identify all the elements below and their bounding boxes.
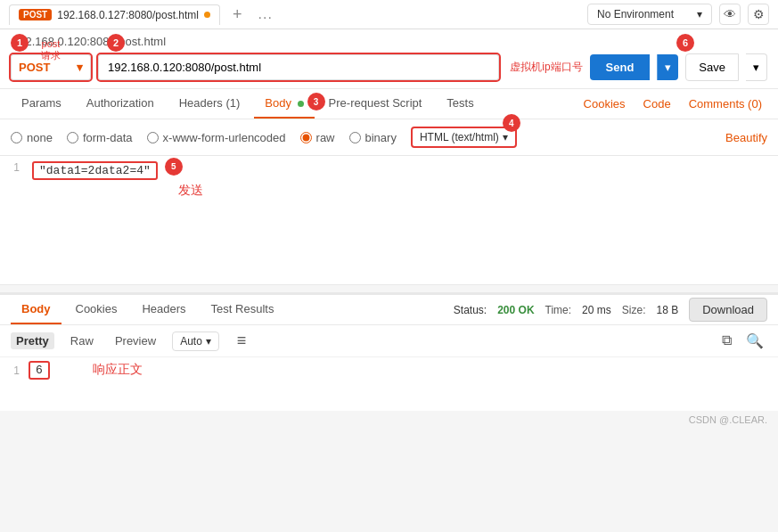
radio-none[interactable]: none	[11, 131, 53, 144]
footer-watermark: CSDN @.CLEAR.	[0, 411, 778, 429]
url-input[interactable]	[98, 54, 499, 80]
auto-value: Auto	[180, 335, 202, 348]
resp-line-1: 1 6 响应正文	[0, 361, 778, 380]
send-button[interactable]: Send	[590, 54, 651, 80]
status-label: Status:	[454, 304, 487, 316]
radio-raw[interactable]: raw	[300, 131, 335, 144]
post-annotation-text: post 请求	[41, 38, 61, 62]
radio-none-input[interactable]	[11, 132, 22, 143]
request-tabs-row: Params Authorization Headers (1) Body 3 …	[0, 89, 778, 119]
tab-code[interactable]: Code	[638, 90, 676, 118]
subtab-preview[interactable]: Preview	[110, 332, 161, 349]
response-sub-tabs: Pretty Raw Preview Auto ▾ ≡ ⧉ 🔍	[0, 325, 778, 357]
resp-line-number-1: 1	[0, 364, 29, 377]
env-selector: No Environment ▾ 👁 ⚙	[587, 4, 769, 25]
request-tab[interactable]: POST 192.168.0.127:8080/post.html	[9, 4, 220, 25]
size-value: 18 B	[656, 304, 678, 316]
icon-wrap-btn: ⧉ 🔍	[718, 331, 767, 351]
time-label: Time:	[545, 304, 572, 316]
response-tab-headers[interactable]: Headers	[131, 295, 196, 324]
fasong-annotation: 发送	[178, 183, 203, 199]
tab-headers[interactable]: Headers (1)	[168, 89, 251, 119]
html-type-value: HTML (text/html)	[420, 131, 499, 143]
top-bar: POST 192.168.0.127:8080/post.html + ... …	[0, 0, 778, 29]
annotation-2: 2	[107, 34, 125, 52]
annotation-1: 1	[11, 34, 29, 52]
radio-urlencoded-label: x-www-form-urlencoded	[163, 131, 286, 144]
body-options: none form-data x-www-form-urlencoded raw…	[0, 119, 778, 156]
tab-body[interactable]: Body 3	[254, 89, 314, 119]
radio-urlencoded-input[interactable]	[147, 132, 159, 143]
subtab-pretty[interactable]: Pretty	[11, 332, 54, 349]
html-type-wrapper: 4 HTML (text/html) ▾	[411, 127, 517, 148]
tab-unsaved-dot	[204, 12, 210, 18]
resp-value-1: 6	[29, 361, 50, 380]
tab-url-text: 192.168.0.127:8080/post.html	[57, 9, 199, 21]
save-button[interactable]: Save	[685, 53, 739, 81]
response-section: Body Cookies Headers Test Results Status…	[0, 292, 778, 411]
resp-content-1: 6 响应正文	[29, 361, 143, 380]
annotation-4: 4	[503, 114, 520, 132]
env-eye-button[interactable]: 👁	[719, 4, 741, 25]
radio-raw-label: raw	[316, 131, 335, 144]
save-dropdown-button[interactable]: ▾	[746, 53, 767, 81]
method-arrow-icon: ▾	[77, 61, 83, 74]
radio-formdata-input[interactable]	[67, 132, 78, 143]
response-tab-body[interactable]: Body	[11, 295, 61, 324]
download-button[interactable]: Download	[689, 298, 767, 322]
html-type-arrow: ▾	[503, 131, 508, 143]
response-status-area: Status: 200 OK Time: 20 ms Size: 18 B Do…	[454, 298, 767, 322]
send-dropdown-button[interactable]: ▾	[657, 54, 678, 80]
line-number-1: 1	[0, 160, 29, 174]
tab-tests[interactable]: Tests	[436, 89, 484, 119]
subtab-raw[interactable]: Raw	[65, 332, 99, 349]
status-value: 200 OK	[497, 304, 534, 316]
tab-method-badge: POST	[19, 9, 52, 20]
response-tab-cookies[interactable]: Cookies	[65, 295, 128, 324]
radio-raw-input[interactable]	[300, 132, 312, 143]
new-tab-button[interactable]: +	[227, 5, 248, 24]
tab-authorization[interactable]: Authorization	[76, 89, 165, 119]
annotation-3: 3	[307, 93, 325, 110]
code-line-1: 1 5 "data1=2data2=4"	[0, 156, 778, 185]
method-value: POST	[19, 61, 50, 74]
auto-dropdown[interactable]: Auto ▾	[172, 331, 219, 351]
auto-arrow: ▾	[206, 335, 211, 348]
code-editor: 1 5 "data1=2data2=4" 发送	[0, 156, 778, 285]
time-value: 20 ms	[582, 304, 611, 316]
tab-cookies[interactable]: Cookies	[578, 90, 631, 118]
response-body: 1 6 响应正文	[0, 357, 778, 411]
env-dropdown[interactable]: No Environment ▾	[587, 4, 712, 25]
annotation-5: 5	[165, 158, 183, 176]
html-type-dropdown[interactable]: HTML (text/html) ▾	[411, 127, 517, 148]
tab-prerequest[interactable]: Pre-request Script	[318, 89, 433, 119]
beautify-button[interactable]: Beautify	[725, 131, 767, 144]
more-tabs-button[interactable]: ...	[255, 6, 276, 22]
radio-binary[interactable]: binary	[349, 131, 397, 144]
resp-annotation: 响应正文	[93, 363, 143, 377]
tab-comments[interactable]: Comments (0)	[684, 90, 767, 118]
search-icon[interactable]: 🔍	[742, 331, 767, 351]
radio-none-label: none	[27, 131, 53, 144]
response-tab-testresults[interactable]: Test Results	[201, 295, 285, 324]
annotation-6: 6	[676, 34, 694, 52]
env-gear-button[interactable]: ⚙	[748, 4, 769, 25]
radio-formdata[interactable]: form-data	[67, 131, 133, 144]
radio-binary-input[interactable]	[349, 132, 361, 143]
watermark-text: CSDN @.CLEAR.	[689, 414, 767, 425]
url-bar-section: 192.168.0.120:8080/post.html 1 2 6 post …	[0, 29, 778, 89]
code-value-1[interactable]: "data1=2data2=4"	[32, 161, 158, 180]
response-tabs-row: Body Cookies Headers Test Results Status…	[0, 295, 778, 325]
url-annotation-text: 虚拟机ip端口号	[510, 60, 582, 75]
code-content-1: 5 "data1=2data2=4"	[29, 160, 161, 182]
env-name: No Environment	[597, 8, 674, 20]
size-label: Size:	[622, 304, 646, 316]
tab-params[interactable]: Params	[11, 89, 72, 119]
radio-urlencoded[interactable]: x-www-form-urlencoded	[147, 131, 286, 144]
copy-icon[interactable]: ⧉	[718, 331, 735, 351]
method-wrapper: post 请求 POST ▾	[11, 54, 91, 80]
right-tabs: Cookies Code Comments (0)	[578, 90, 767, 118]
wrap-icon[interactable]: ≡	[230, 331, 247, 350]
url-row: 1 2 6 post 请求 POST ▾ 虚拟机ip端口号 Send ▾ Sav…	[11, 53, 767, 81]
radio-formdata-label: form-data	[83, 131, 133, 144]
